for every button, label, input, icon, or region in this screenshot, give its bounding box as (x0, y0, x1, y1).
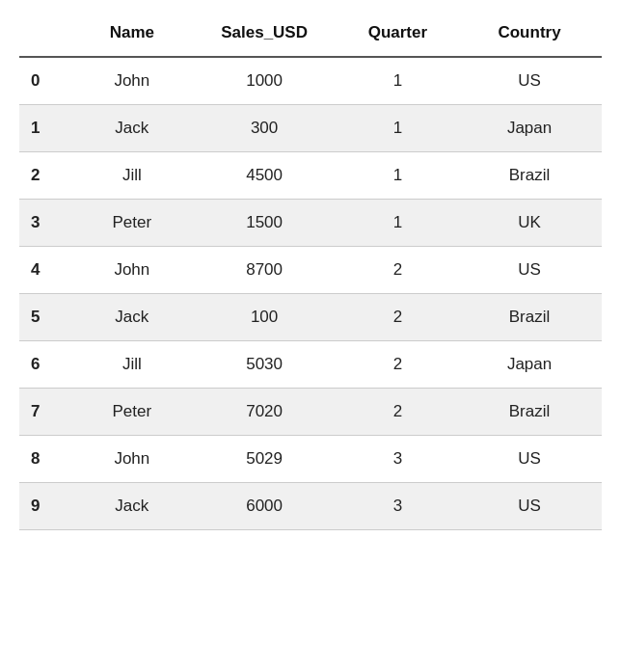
cell-name: John (73, 436, 190, 483)
cell-index: 9 (19, 483, 73, 530)
cell-quarter: 3 (338, 436, 457, 483)
cell-name: Jack (73, 105, 190, 152)
cell-country: Brazil (457, 152, 602, 200)
cell-sales: 4500 (191, 152, 338, 200)
cell-sales: 100 (191, 294, 338, 341)
cell-sales: 1000 (191, 57, 338, 105)
cell-sales: 1500 (191, 200, 338, 247)
cell-index: 3 (19, 200, 73, 247)
cell-index: 4 (19, 247, 73, 294)
cell-country: Japan (457, 341, 602, 389)
cell-quarter: 1 (338, 152, 457, 200)
cell-quarter: 1 (338, 105, 457, 152)
table-body: 0John10001US1Jack3001Japan2Jill45001Braz… (19, 57, 602, 530)
cell-quarter: 2 (338, 389, 457, 436)
cell-index: 1 (19, 105, 73, 152)
cell-country: US (457, 57, 602, 105)
cell-sales: 8700 (191, 247, 338, 294)
header-index (19, 10, 73, 57)
cell-name: Jill (73, 341, 190, 389)
table-row: 1Jack3001Japan (19, 105, 602, 152)
cell-country: Japan (457, 105, 602, 152)
table-header-row: Name Sales_USD Quarter Country (19, 10, 602, 57)
cell-sales: 5030 (191, 341, 338, 389)
cell-index: 8 (19, 436, 73, 483)
cell-country: US (457, 483, 602, 530)
cell-quarter: 2 (338, 247, 457, 294)
cell-country: UK (457, 200, 602, 247)
cell-name: Jill (73, 152, 190, 200)
table-row: 2Jill45001Brazil (19, 152, 602, 200)
cell-sales: 300 (191, 105, 338, 152)
cell-country: US (457, 436, 602, 483)
cell-name: John (73, 247, 190, 294)
cell-quarter: 2 (338, 341, 457, 389)
cell-country: US (457, 247, 602, 294)
cell-name: Peter (73, 389, 190, 436)
cell-country: Brazil (457, 389, 602, 436)
cell-sales: 6000 (191, 483, 338, 530)
cell-index: 6 (19, 341, 73, 389)
cell-name: Jack (73, 483, 190, 530)
cell-name: Jack (73, 294, 190, 341)
table-row: 6Jill50302Japan (19, 341, 602, 389)
cell-index: 5 (19, 294, 73, 341)
table-row: 9Jack60003US (19, 483, 602, 530)
cell-quarter: 3 (338, 483, 457, 530)
cell-quarter: 2 (338, 294, 457, 341)
header-sales: Sales_USD (191, 10, 338, 57)
cell-index: 2 (19, 152, 73, 200)
table-row: 4John87002US (19, 247, 602, 294)
header-country: Country (457, 10, 602, 57)
data-table: Name Sales_USD Quarter Country 0John1000… (19, 10, 602, 530)
cell-name: Peter (73, 200, 190, 247)
header-name: Name (73, 10, 190, 57)
cell-country: Brazil (457, 294, 602, 341)
cell-sales: 5029 (191, 436, 338, 483)
table-row: 8John50293US (19, 436, 602, 483)
cell-quarter: 1 (338, 57, 457, 105)
cell-index: 0 (19, 57, 73, 105)
table-row: 0John10001US (19, 57, 602, 105)
cell-name: John (73, 57, 190, 105)
header-quarter: Quarter (338, 10, 457, 57)
table-row: 5Jack1002Brazil (19, 294, 602, 341)
table-row: 7Peter70202Brazil (19, 389, 602, 436)
table-row: 3Peter15001UK (19, 200, 602, 247)
cell-index: 7 (19, 389, 73, 436)
cell-quarter: 1 (338, 200, 457, 247)
cell-sales: 7020 (191, 389, 338, 436)
